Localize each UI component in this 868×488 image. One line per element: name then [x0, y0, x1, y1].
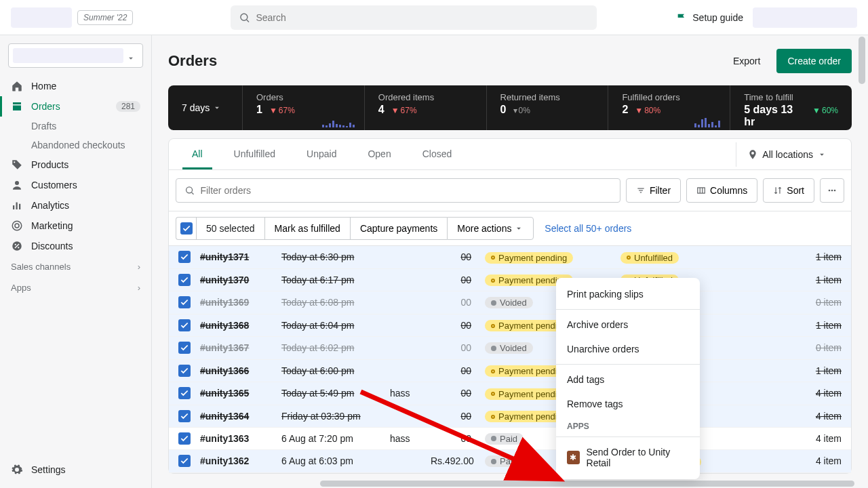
more-actions-button[interactable]: More actions	[447, 217, 534, 240]
order-amount: 00	[431, 274, 471, 285]
nav-customers[interactable]: Customers	[0, 175, 151, 195]
sales-channels-section[interactable]: Sales channels ›	[0, 256, 151, 277]
person-icon	[11, 179, 23, 191]
stat-time-to-fulfill[interactable]: Time to fulfill 5 days 13 hr ▼ 60%	[730, 85, 852, 130]
menu-unarchive-orders[interactable]: Unarchive orders	[556, 337, 700, 361]
item-count: 4 item	[801, 433, 842, 444]
global-search[interactable]	[231, 5, 597, 30]
search-input[interactable]	[256, 12, 589, 23]
nav-abandoned-checkouts[interactable]: Abandoned checkouts	[0, 136, 151, 155]
more-button[interactable]	[820, 178, 844, 203]
location-icon	[747, 149, 758, 160]
svg-point-7	[12, 221, 22, 230]
row-checkbox[interactable]	[178, 251, 191, 263]
order-row[interactable]: #unity1371 Today at 6:30 pm 00 Payment p…	[169, 246, 851, 269]
columns-button[interactable]: Columns	[686, 178, 757, 203]
menu-add-tags[interactable]: Add tags	[556, 367, 700, 392]
stat-fulfilled-orders[interactable]: Fulfilled orders 2 ▼ 80%	[608, 85, 730, 130]
row-checkbox[interactable]	[178, 365, 191, 377]
order-row[interactable]: #unity1366 Today at 6:00 pm 00 Payment p…	[169, 360, 851, 383]
store-selector[interactable]	[8, 43, 143, 68]
order-date: Today at 6:08 pm	[281, 297, 390, 308]
order-row[interactable]: #unity1369 Today at 6:08 pm 00 Voided Un…	[169, 291, 851, 314]
order-date: Today at 6:04 pm	[281, 320, 390, 331]
setup-guide-link[interactable]: Setup guide	[676, 12, 743, 23]
row-checkbox[interactable]	[178, 319, 191, 331]
export-button[interactable]: Export	[725, 50, 768, 72]
stat-ordered-items[interactable]: Ordered items 4 ▼ 67%	[365, 85, 487, 130]
stats-bar: 7 days Orders 1 ▼ 67% Ordered items 4 ▼	[168, 85, 852, 130]
row-checkbox[interactable]	[178, 455, 191, 467]
nav-home[interactable]: Home	[0, 76, 151, 96]
nav-analytics[interactable]: Analytics	[0, 195, 151, 216]
unity-app-icon: ✱	[567, 451, 580, 464]
order-row[interactable]: #unity1364 Friday at 03:39 pm 00 Payment…	[169, 405, 851, 428]
selected-count: 50 selected	[196, 217, 264, 240]
filter-button[interactable]: Filter	[626, 178, 681, 203]
select-all-checkbox[interactable]	[176, 217, 196, 240]
row-checkbox[interactable]	[178, 387, 191, 399]
row-checkbox[interactable]	[178, 410, 191, 422]
sort-button[interactable]: Sort	[763, 178, 814, 203]
order-amount: 00	[431, 297, 471, 308]
order-row[interactable]: #unity1368 Today at 6:04 pm 00 Payment p…	[169, 314, 851, 338]
nav-drafts[interactable]: Drafts	[0, 117, 151, 136]
period-selector[interactable]: 7 days	[168, 85, 243, 130]
row-checkbox[interactable]	[178, 342, 191, 354]
menu-apps-label: APPS	[556, 416, 700, 434]
create-order-button[interactable]: Create order	[776, 49, 852, 73]
tab-open[interactable]: Open	[358, 139, 400, 169]
menu-archive-orders[interactable]: Archive orders	[556, 312, 700, 337]
item-count: 1 item	[801, 320, 842, 331]
chevron-down-icon	[817, 150, 827, 159]
svg-point-11	[18, 247, 19, 248]
order-row[interactable]: #unity1370 Today at 6:17 pm 00 Payment p…	[169, 269, 851, 292]
apps-section[interactable]: Apps ›	[0, 277, 151, 298]
item-count: 1 item	[801, 251, 842, 262]
row-checkbox[interactable]	[178, 296, 191, 308]
tab-unpaid[interactable]: Unpaid	[297, 139, 346, 169]
stat-returned-items[interactable]: Returned items 0 ▾ 0%	[487, 85, 609, 130]
order-row[interactable]: #unity1367 Today at 6:02 pm 00 Voided Un…	[169, 337, 851, 360]
order-amount: 00	[431, 388, 471, 399]
order-amount: Rs.492.00	[431, 455, 471, 466]
page-title: Orders	[168, 52, 217, 70]
filter-orders-input[interactable]	[176, 178, 620, 203]
locations-filter[interactable]: All locations	[736, 142, 837, 167]
horizontal-scrollbar[interactable]	[320, 481, 854, 487]
order-date: Friday at 03:39 pm	[281, 411, 390, 422]
flag-icon	[676, 12, 687, 23]
vertical-scrollbar[interactable]	[859, 37, 865, 84]
capture-payments-button[interactable]: Capture payments	[350, 217, 447, 240]
nav-discounts[interactable]: Discounts	[0, 236, 151, 256]
tab-closed[interactable]: Closed	[413, 139, 462, 169]
tab-unfulfilled[interactable]: Unfulfilled	[224, 139, 285, 169]
order-id: #unity1365	[200, 388, 281, 399]
mark-fulfilled-button[interactable]: Mark as fulfilled	[264, 217, 350, 240]
order-row[interactable]: #unity1365 Today at 5:49 pm hass 00 Paym…	[169, 382, 851, 405]
menu-print-packing-slips[interactable]: Print packing slips	[556, 282, 700, 306]
tab-all[interactable]: All	[182, 139, 212, 169]
order-id: #unity1368	[200, 320, 281, 331]
nav-marketing[interactable]: Marketing	[0, 216, 151, 236]
menu-remove-tags[interactable]: Remove tags	[556, 392, 700, 416]
nav-products[interactable]: Products	[0, 155, 151, 175]
row-checkbox[interactable]	[178, 274, 191, 286]
order-amount: 00	[431, 365, 471, 376]
select-all-link[interactable]: Select all 50+ orders	[545, 223, 631, 234]
order-id: #unity1370	[200, 274, 281, 285]
nav-settings[interactable]: Settings	[0, 460, 151, 480]
row-checkbox[interactable]	[178, 432, 191, 445]
order-row[interactable]: #unity1363 6 Aug at 7:20 pm hass 00 Paid…	[169, 428, 851, 450]
menu-send-to-unity-retail[interactable]: ✱ Send Order to Unity Retail	[556, 440, 700, 475]
nav-orders[interactable]: Orders 281	[0, 96, 151, 117]
customer-name: hass	[390, 433, 431, 444]
order-id: #unity1363	[200, 433, 281, 444]
home-icon	[11, 80, 23, 92]
user-menu[interactable]	[753, 7, 857, 28]
order-row[interactable]: #unity1362 6 Aug at 6:03 pm Rs.492.00 Pa…	[169, 450, 851, 473]
analytics-icon	[11, 199, 23, 211]
search-icon	[239, 12, 250, 24]
stat-orders[interactable]: Orders 1 ▼ 67%	[243, 85, 365, 130]
order-id: #unity1369	[200, 297, 281, 308]
